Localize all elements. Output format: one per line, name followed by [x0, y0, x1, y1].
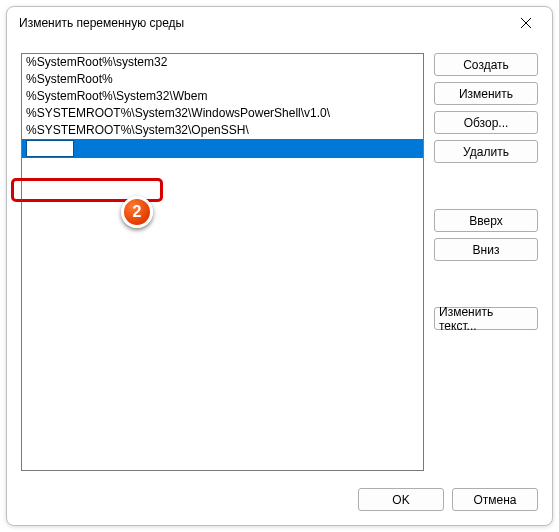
close-icon: [521, 18, 531, 28]
list-item[interactable]: %SystemRoot%\system32: [22, 54, 423, 71]
inline-edit-input[interactable]: [26, 140, 74, 157]
window-title: Изменить переменную среды: [19, 16, 184, 30]
browse-button[interactable]: Обзор...: [434, 111, 538, 134]
titlebar: Изменить переменную среды: [7, 7, 552, 39]
move-down-button[interactable]: Вниз: [434, 238, 538, 261]
list-item[interactable]: %SYSTEMROOT%\System32\WindowsPowerShell\…: [22, 105, 423, 122]
create-button[interactable]: Создать: [434, 53, 538, 76]
dialog-window: Изменить переменную среды %SystemRoot%\s…: [6, 6, 553, 526]
path-listbox[interactable]: %SystemRoot%\system32 %SystemRoot% %Syst…: [21, 53, 424, 471]
list-item[interactable]: %SYSTEMROOT%\System32\OpenSSH\: [22, 122, 423, 139]
close-button[interactable]: [506, 9, 546, 37]
move-up-button[interactable]: Вверх: [434, 209, 538, 232]
edit-text-button[interactable]: Изменить текст...: [434, 307, 538, 330]
dialog-footer: OK Отмена: [7, 476, 552, 525]
cancel-button[interactable]: Отмена: [452, 488, 538, 511]
list-item[interactable]: %SystemRoot%\System32\Wbem: [22, 88, 423, 105]
spacer: [434, 267, 538, 301]
list-item[interactable]: %SystemRoot%: [22, 71, 423, 88]
content-area: %SystemRoot%\system32 %SystemRoot% %Syst…: [7, 39, 552, 476]
ok-button[interactable]: OK: [358, 488, 444, 511]
button-column: Создать Изменить Обзор... Удалить Вверх …: [434, 53, 538, 476]
edit-button[interactable]: Изменить: [434, 82, 538, 105]
spacer: [434, 169, 538, 203]
list-item-editing[interactable]: [22, 139, 423, 158]
delete-button[interactable]: Удалить: [434, 140, 538, 163]
